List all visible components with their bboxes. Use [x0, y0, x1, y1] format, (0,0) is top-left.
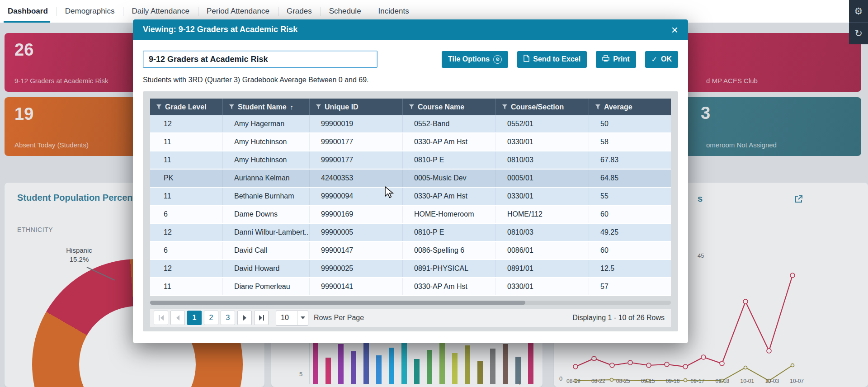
table-row[interactable]: 11 Diane Pomerleau 99900141 0330-AP Am H… [150, 278, 671, 296]
page-buttons: 123 [187, 311, 235, 325]
rows-per-page-label: Rows Per Page [314, 314, 364, 322]
column-header-average[interactable]: Average [589, 99, 671, 115]
sort-ascending-icon: ↑ [290, 103, 294, 111]
refresh-icon: ↻ [854, 28, 863, 39]
table-row[interactable]: 11 Amy Hutchinson 99900177 0330-AP Am Hs… [150, 133, 671, 151]
printer-icon [602, 55, 609, 64]
column-header-unique-id[interactable]: Unique ID [309, 99, 402, 115]
settings-button[interactable]: ⚙ [849, 0, 868, 22]
next-page-button[interactable] [237, 311, 252, 325]
modal-title: Viewing: 9-12 Graders at Academic Risk [143, 25, 297, 34]
table-row[interactable]: 11 Bethanie Burnham 99900094 0330-AP Am … [150, 188, 671, 206]
filter-icon[interactable] [316, 104, 321, 109]
filter-icon[interactable] [595, 104, 600, 109]
previous-page-icon [176, 315, 179, 321]
first-page-button[interactable] [154, 311, 168, 325]
send-to-excel-button[interactable]: Send to Excel [517, 51, 587, 68]
tile-description: Students with 3RD (Quarter 3) Gradebook … [143, 76, 678, 84]
filter-icon[interactable] [502, 104, 507, 109]
table-row[interactable]: 12 Amy Hagerman 99900019 0552-Band 0552/… [150, 115, 671, 133]
table-row[interactable]: 12 David Howard 99900025 0891-PHYSICAL 0… [150, 260, 671, 278]
row-count-summary: Displaying 1 - 10 of 26 Rows [572, 314, 667, 322]
print-button[interactable]: Print [596, 51, 636, 68]
grid-body: 12 Amy Hagerman 99900019 0552-Band 0552/… [150, 115, 671, 296]
table-row[interactable]: 6 Dame Downs 99900169 HOME-Homeroom HOME… [150, 206, 671, 224]
modal-body: Tile Options ⚙ Send to Excel [133, 40, 688, 336]
modal-header: Viewing: 9-12 Graders at Academic Risk × [133, 19, 688, 40]
check-icon: ✓ [651, 55, 657, 64]
nav-item-dashboard[interactable]: Dashboard [0, 0, 57, 23]
ok-button[interactable]: ✓ OK [645, 51, 678, 68]
grid-header-row: Grade Level Student Name ↑ Unique ID Cou… [150, 99, 671, 115]
scrollbar-thumb[interactable] [150, 301, 525, 305]
column-header-course-section[interactable]: Course/Section [495, 99, 589, 115]
gear-icon: ⚙ [493, 55, 502, 64]
tile-name-input[interactable] [143, 51, 377, 68]
column-header-student-name[interactable]: Student Name ↑ [222, 99, 309, 115]
filter-icon[interactable] [156, 104, 161, 109]
side-icon-rail: ⚙ ↻ [849, 0, 868, 44]
page-button[interactable]: 3 [221, 311, 235, 325]
tile-detail-modal: Viewing: 9-12 Graders at Academic Risk ×… [133, 19, 688, 343]
chevron-down-icon [297, 311, 308, 325]
next-page-icon [243, 315, 246, 321]
pagination-bar: 123 10 Rows Per Page Displaying 1 - 10 o… [150, 309, 671, 327]
table-row[interactable]: PK Aurianna Kelman 42400353 0005-Music D… [150, 170, 671, 188]
nav-item-demographics[interactable]: Demographics [57, 0, 123, 23]
column-header-grade-level[interactable]: Grade Level [150, 99, 222, 115]
page-button[interactable]: 1 [187, 311, 202, 325]
last-page-button[interactable] [254, 311, 269, 325]
rows-per-page-select[interactable]: 10 [276, 311, 308, 326]
gear-icon: ⚙ [854, 6, 863, 17]
table-row[interactable]: 12 Danni Wilbur-Lambert... 99900005 0810… [150, 224, 671, 242]
data-grid: Grade Level Student Name ↑ Unique ID Cou… [143, 91, 678, 331]
refresh-button[interactable]: ↻ [849, 22, 868, 44]
document-icon [524, 55, 529, 64]
close-icon[interactable]: × [671, 24, 678, 36]
previous-page-button[interactable] [170, 311, 185, 325]
table-row[interactable]: 6 David Call 99900147 0086-Spelling 6 00… [150, 242, 671, 260]
table-row[interactable]: 11 Amy Hutchinson 99900177 0810-P E 0810… [150, 151, 671, 170]
filter-icon[interactable] [409, 104, 414, 109]
first-page-icon [159, 315, 160, 321]
page-button[interactable]: 2 [204, 311, 218, 325]
tile-options-button[interactable]: Tile Options ⚙ [442, 51, 508, 68]
horizontal-scrollbar[interactable] [150, 301, 671, 305]
last-page-icon [259, 315, 262, 321]
filter-icon[interactable] [229, 104, 234, 109]
column-header-course-name[interactable]: Course Name [402, 99, 495, 115]
